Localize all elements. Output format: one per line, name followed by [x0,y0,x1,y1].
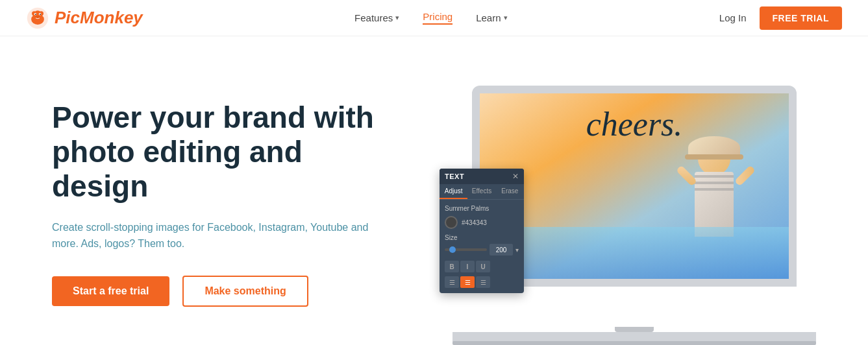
tab-erase[interactable]: Erase [496,184,524,199]
size-input[interactable] [490,244,513,256]
navbar: PicMonkey Features ▾ Pricing Learn ▾ Log… [0,0,868,36]
panel-tabs: Adjust Effects Erase [440,184,524,200]
nav-pricing[interactable]: Pricing [423,11,453,25]
size-dropdown-icon[interactable]: ▾ [515,246,519,254]
align-right-button[interactable]: ☰ [476,276,490,288]
align-left-button[interactable]: ☰ [445,276,459,288]
panel-close-button[interactable]: ✕ [512,172,519,181]
laptop-mockup: cheers. TEXT ✕ Adjust Effects E [453,86,816,345]
nav-features[interactable]: Features ▾ [354,12,399,23]
bold-button[interactable]: B [445,261,459,272]
logo-text: PicMonkey [55,8,143,28]
laptop-notch [615,327,654,332]
size-label: Size [445,234,519,241]
hero-buttons: Start a free trial Make something [52,276,390,307]
panel-header: TEXT ✕ [440,169,524,184]
panel-title: TEXT [445,172,464,180]
text-editor-panel: TEXT ✕ Adjust Effects Erase Summer Palms [440,169,524,293]
color-hex: #434343 [462,219,487,226]
make-something-button[interactable]: Make something [182,276,308,307]
features-chevron-icon: ▾ [395,14,399,22]
nav-links: Features ▾ Pricing Learn ▾ [354,11,507,25]
size-slider[interactable] [445,248,487,251]
svg-point-8 [40,14,41,15]
format-row: B I U [445,261,519,272]
nav-right: Log In FREE TRIAL [719,6,842,30]
size-row: ▾ [445,244,519,256]
panel-body: Summer Palms #434343 Size ▾ B [440,200,524,293]
hero-subtitle: Create scroll-stopping images for Facebo… [52,219,390,252]
learn-chevron-icon: ▾ [504,14,508,22]
svg-point-9 [35,16,40,18]
hero-content: Power your brand with photo editing and … [52,101,390,307]
start-trial-button[interactable]: Start a free trial [52,276,169,306]
laptop-base [453,332,816,345]
laptop-foot [453,341,816,345]
color-swatch[interactable] [445,216,458,229]
logo-icon [26,6,49,30]
hero-title: Power your brand with photo editing and … [52,101,390,204]
login-link[interactable]: Log In [719,12,747,23]
hero-image: cheers. TEXT ✕ Adjust Effects E [390,62,816,345]
align-row: ☰ ☰ ☰ [445,276,519,288]
cheers-text: cheers. [480,105,789,143]
nav-learn[interactable]: Learn ▾ [476,12,507,23]
logo[interactable]: PicMonkey [26,6,143,30]
free-trial-button[interactable]: FREE TRIAL [760,6,842,30]
screen-content: cheers. [480,93,789,279]
tab-effects[interactable]: Effects [467,184,495,199]
hero-section: Power your brand with photo editing and … [0,36,868,345]
svg-point-7 [35,14,36,15]
tab-adjust[interactable]: Adjust [440,184,467,199]
font-name: Summer Palms [445,205,519,212]
color-row: #434343 [445,216,519,229]
align-center-button[interactable]: ☰ [460,276,475,288]
slider-thumb [449,246,456,253]
italic-button[interactable]: I [460,261,475,272]
underline-button[interactable]: U [476,261,490,272]
